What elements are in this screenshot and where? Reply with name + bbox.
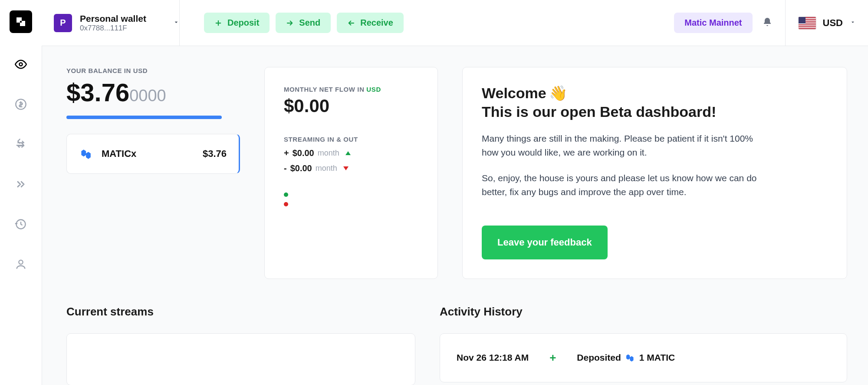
nav-icons: [14, 57, 28, 271]
triangle-up-icon: [345, 151, 351, 155]
balance-progress: [66, 116, 222, 119]
header-actions: Deposit Send Receive: [204, 13, 404, 33]
welcome-subtitle: This is our open Beta dashboard!: [482, 103, 828, 120]
header-right: Matic Mainnet USD: [674, 13, 856, 33]
streams-card: [66, 333, 415, 385]
legend-dots: [284, 192, 418, 206]
deposit-label: Deposit: [227, 18, 259, 28]
streams-column: Current streams: [66, 305, 415, 385]
history-action: Deposited: [577, 352, 621, 363]
stream-out-period: month: [316, 164, 337, 173]
welcome-title-text: Welcome: [482, 84, 546, 103]
balance-decimals: 0000: [129, 86, 166, 105]
stream-out-row: -$0.00 month: [284, 163, 418, 173]
main-content: YOUR BALANCE IN USD $3.760000 MATICx $3.…: [42, 46, 868, 385]
top-row: YOUR BALANCE IN USD $3.760000 MATICx $3.…: [66, 67, 847, 279]
wallet-info: Personal wallet 0x7788...111F: [80, 13, 146, 33]
swap-icon[interactable]: [14, 137, 28, 151]
history-icon[interactable]: [14, 217, 28, 231]
triangle-down-icon: [343, 166, 349, 170]
svg-rect-11: [799, 25, 816, 26]
svg-rect-10: [799, 23, 816, 24]
token-amount: $3.76: [203, 148, 227, 159]
welcome-card: Welcome 👋 This is our open Beta dashboar…: [462, 67, 847, 279]
streams-heading: Current streams: [66, 305, 415, 319]
chevron-down-icon: [173, 19, 180, 27]
plus-icon: +: [549, 351, 556, 365]
history-column: Activity History Nov 26 12:18 AM + Depos…: [440, 305, 847, 385]
welcome-p1: Many things are still in the making. Ple…: [482, 132, 760, 160]
balance-label: YOUR BALANCE IN USD: [66, 67, 240, 74]
token-card[interactable]: MATICx $3.76: [66, 134, 240, 174]
stream-in-row: +$0.00 month: [284, 148, 418, 158]
token-symbol: MATICx: [102, 148, 136, 159]
welcome-title: Welcome 👋: [482, 84, 828, 103]
flow-label-currency: USD: [366, 86, 381, 93]
wallet-name: Personal wallet: [80, 13, 146, 24]
svg-point-5: [19, 260, 23, 264]
svg-rect-13: [799, 17, 806, 23]
stream-in-amount: $0.00: [293, 148, 314, 158]
streaming-label: STREAMING IN & OUT: [284, 136, 418, 143]
matic-icon: [625, 352, 636, 363]
dot-green: [284, 192, 288, 197]
eye-icon[interactable]: [14, 57, 28, 71]
wave-icon: 👋: [549, 84, 567, 103]
chevrons-icon[interactable]: [14, 177, 28, 191]
user-icon[interactable]: [14, 257, 28, 271]
bottom-row: Current streams Activity History Nov 26 …: [66, 305, 847, 385]
header: P Personal wallet 0x7788...111F Deposit …: [42, 0, 868, 46]
wallet-address: 0x7788...111F: [80, 24, 146, 33]
history-amount: 1 MATIC: [639, 352, 675, 363]
balance-block: YOUR BALANCE IN USD $3.760000 MATICx $3.…: [66, 67, 240, 279]
send-label: Send: [299, 18, 320, 28]
chevron-down-icon: [850, 19, 856, 27]
dollar-icon[interactable]: [14, 97, 28, 111]
network-badge[interactable]: Matic Mainnet: [674, 13, 752, 33]
send-button[interactable]: Send: [276, 13, 331, 33]
streaming-section: STREAMING IN & OUT +$0.00 month -$0.00 m…: [284, 136, 418, 206]
receive-button[interactable]: Receive: [337, 13, 404, 33]
matic-icon: [79, 146, 94, 161]
history-time: Nov 26 12:18 AM: [457, 352, 529, 363]
stream-in-sign: +: [284, 148, 289, 158]
flow-card: MONTHLY NET FLOW IN USD $0.00 STREAMING …: [264, 67, 438, 279]
flow-label-prefix: MONTHLY NET FLOW IN: [284, 86, 366, 93]
sidebar: [0, 0, 42, 385]
receive-label: Receive: [360, 18, 393, 28]
history-item[interactable]: Nov 26 12:18 AM + Deposited 1 MATIC: [440, 333, 847, 382]
flow-label: MONTHLY NET FLOW IN USD: [284, 86, 418, 93]
currency-selector[interactable]: USD: [799, 17, 856, 29]
svg-point-3: [20, 63, 23, 66]
feedback-button[interactable]: Leave your feedback: [482, 226, 608, 259]
balance-value: $3.760000: [66, 78, 240, 107]
welcome-p2: So, enjoy, the house is yours and please…: [482, 171, 760, 199]
stream-out-sign: -: [284, 163, 287, 173]
wallet-avatar: P: [54, 14, 72, 32]
history-heading: Activity History: [440, 305, 847, 319]
stream-out-amount: $0.00: [290, 163, 312, 173]
deposit-button[interactable]: Deposit: [204, 13, 270, 33]
flow-value: $0.00: [284, 96, 418, 116]
header-divider-right: [785, 0, 786, 46]
stream-in-period: month: [318, 149, 339, 158]
dot-red: [284, 202, 288, 206]
balance-main: $3.76: [66, 78, 129, 107]
app-logo[interactable]: [10, 10, 32, 33]
bell-icon[interactable]: [762, 17, 773, 29]
flag-icon: [799, 17, 816, 29]
history-description: Deposited 1 MATIC: [577, 352, 675, 363]
currency-label: USD: [823, 17, 843, 29]
wallet-selector[interactable]: P Personal wallet 0x7788...111F: [54, 13, 180, 33]
svg-rect-2: [20, 21, 22, 23]
svg-rect-12: [799, 27, 816, 28]
header-divider: [179, 0, 180, 46]
